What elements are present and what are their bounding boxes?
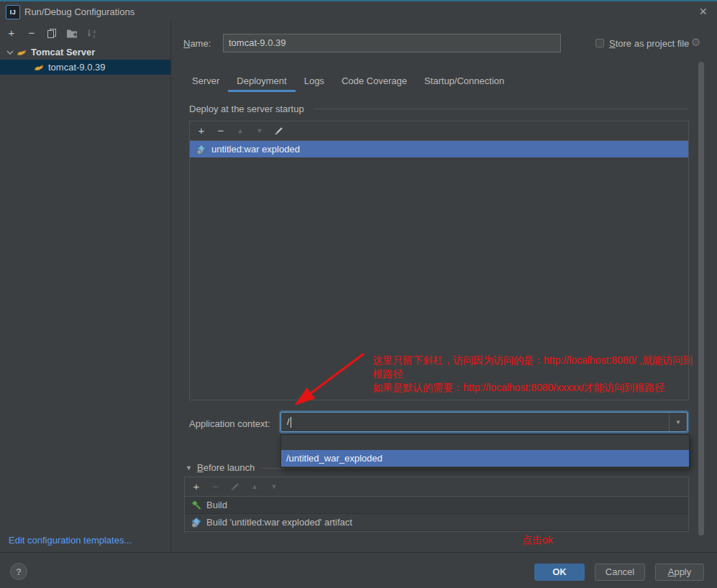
close-icon[interactable]: × — [699, 4, 707, 19]
new-folder-icon[interactable] — [66, 27, 78, 39]
before-launch-panel: + − ▲ ▼ Build Build 'untitled:war explod… — [184, 477, 689, 532]
hammer-icon — [191, 500, 202, 511]
deploy-artifact-row[interactable]: untitled:war exploded — [190, 141, 688, 157]
tab-code-coverage[interactable]: Code Coverage — [333, 72, 416, 92]
task-build-artifact-label: Build 'untitled:war exploded' artifact — [206, 517, 352, 528]
tree-root-label: Tomcat Server — [31, 47, 95, 58]
ok-button[interactable]: OK — [534, 564, 585, 581]
annotation-line-3: 如果是默认的需要：http://localhost:8080/xxxxx/才能访… — [373, 382, 665, 395]
text-caret — [291, 417, 291, 428]
sidebar-item-tomcat-9039[interactable]: tomcat-9.0.39 — [0, 60, 170, 75]
before-launch-task-build[interactable]: Build — [185, 497, 688, 514]
move-task-up-icon[interactable]: ▲ — [249, 481, 260, 492]
deploy-toolbar: + − ▲ ▼ — [190, 121, 688, 141]
run-debug-configurations-dialog: IJ Run/Debug Configurations × + − az — [0, 0, 717, 588]
annotation-line-1: 这里只留下斜杠，访问因为访问的是：http://localhost:8080/ … — [373, 354, 693, 367]
copy-configuration-icon[interactable] — [46, 27, 58, 39]
cancel-button[interactable]: Cancel — [595, 564, 645, 581]
sidebar-item-tomcat-server[interactable]: Tomcat Server — [0, 45, 170, 60]
move-up-icon[interactable]: ▲ — [234, 125, 246, 137]
sidebar-toolbar: + − az — [0, 22, 170, 45]
before-launch-collapse-icon[interactable]: ▼ — [186, 464, 192, 472]
remove-configuration-icon[interactable]: − — [26, 27, 37, 39]
store-as-project-file-label: Store as project file — [609, 38, 689, 49]
add-configuration-icon[interactable]: + — [6, 27, 17, 39]
remove-artifact-icon[interactable]: − — [215, 125, 227, 137]
move-task-down-icon[interactable]: ▼ — [268, 481, 280, 492]
artifact-icon — [196, 144, 207, 155]
tomcat-icon — [33, 62, 45, 73]
gear-icon[interactable]: ⚙ — [691, 36, 700, 49]
combobox-dropdown-arrow-icon[interactable]: ▼ — [669, 413, 687, 431]
before-launch-title: Before launch — [197, 462, 255, 473]
add-artifact-icon[interactable]: + — [196, 125, 207, 137]
before-launch-task-build-artifact[interactable]: Build 'untitled:war exploded' artifact — [185, 514, 688, 531]
tab-server[interactable]: Server — [183, 72, 228, 92]
window-title: Run/Debug Configurations — [24, 6, 134, 17]
annotation-arrow — [285, 348, 373, 411]
apply-button[interactable]: Apply — [655, 564, 704, 581]
annotation-line-2: 根路径 — [373, 368, 403, 381]
svg-text:a: a — [93, 29, 96, 34]
application-context-combobox[interactable]: / ▼ — [280, 412, 688, 432]
tomcat-icon — [16, 47, 27, 58]
help-icon[interactable]: ? — [10, 563, 27, 580]
chevron-down-icon[interactable] — [4, 47, 16, 58]
remove-task-icon[interactable]: − — [210, 481, 222, 492]
before-launch-rule — [260, 468, 689, 469]
application-context-value: / — [287, 416, 290, 427]
edit-artifact-icon[interactable] — [273, 125, 285, 137]
sort-configurations-icon[interactable]: az — [86, 27, 98, 39]
before-launch-toolbar: + − ▲ ▼ — [185, 477, 688, 497]
configuration-tabs: Server Deployment Logs Code Coverage Sta… — [183, 72, 513, 92]
store-as-project-file-checkbox[interactable] — [595, 39, 604, 47]
deploy-section-rule — [314, 109, 689, 109]
artifact-icon — [191, 517, 202, 528]
tab-deployment[interactable]: Deployment — [228, 72, 295, 92]
edit-task-icon[interactable] — [229, 481, 241, 492]
task-build-label: Build — [206, 500, 227, 510]
add-task-icon[interactable]: + — [191, 481, 202, 492]
application-context-label: Application context: — [189, 418, 270, 429]
configurations-sidebar: + − az Tomcat Server tom — [0, 22, 171, 552]
intellij-logo-icon: IJ — [6, 5, 20, 19]
dropdown-item-untitled-war-exploded[interactable]: /untitled_war_exploded — [281, 450, 689, 467]
edit-configuration-templates-link[interactable]: Edit configuration templates... — [9, 535, 132, 546]
tree-child-label: tomcat-9.0.39 — [48, 62, 106, 73]
deploy-section-title: Deploy at the server startup — [189, 104, 304, 114]
dialog-footer: ? OK Cancel Apply — [0, 552, 717, 588]
name-label: Name: — [183, 38, 211, 49]
svg-text:z: z — [93, 34, 96, 39]
tab-startup-connection[interactable]: Startup/Connection — [416, 72, 513, 92]
application-context-dropdown: /untitled_war_exploded — [280, 434, 690, 468]
tab-logs[interactable]: Logs — [296, 72, 333, 92]
vertical-scrollbar-thumb[interactable] — [698, 62, 704, 536]
title-bar: IJ Run/Debug Configurations × — [0, 1, 717, 22]
name-input[interactable]: tomcat-9.0.39 — [223, 34, 561, 52]
annotation-click-ok: 点击ok — [522, 534, 553, 547]
move-down-icon[interactable]: ▼ — [254, 125, 265, 137]
deploy-artifact-label: untitled:war exploded — [211, 144, 300, 155]
